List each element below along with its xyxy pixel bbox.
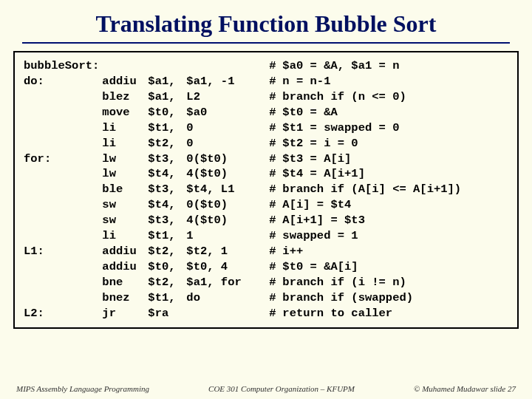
code-label: L2: <box>24 306 102 321</box>
code-reg: $t4, <box>148 197 186 213</box>
code-comment: A[i+1] = $t3 <box>282 213 508 228</box>
code-instr: li <box>102 136 148 151</box>
code-instr: lw <box>102 151 148 167</box>
code-reg: $t1, <box>148 120 186 136</box>
code-comment: $t2 = i = 0 <box>282 136 508 151</box>
code-arg: 0 <box>186 120 269 136</box>
code-comment: n = n-1 <box>282 74 508 89</box>
code-reg <box>148 58 186 74</box>
code-reg: $t2, <box>148 244 186 259</box>
code-reg: $t2, <box>148 136 186 151</box>
code-row: bne$t2,$a1, for#branch if (i != n) <box>24 275 508 290</box>
code-arg: $t4, L1 <box>186 182 269 197</box>
code-comment: $t4 = A[i+1] <box>282 166 508 182</box>
code-label <box>24 182 102 197</box>
code-label <box>24 166 102 182</box>
code-label <box>24 275 102 290</box>
code-comment: A[i] = $t4 <box>282 197 508 213</box>
code-frame: bubbleSort:#$a0 = &A, $a1 = ndo:addiu$a1… <box>13 51 519 329</box>
code-reg: $t0, <box>148 259 186 275</box>
code-row: bubbleSort:#$a0 = &A, $a1 = n <box>24 58 508 74</box>
code-arg: L2 <box>186 89 269 105</box>
code-arg <box>186 58 269 74</box>
code-label: L1: <box>24 244 102 259</box>
code-listing: bubbleSort:#$a0 = &A, $a1 = ndo:addiu$a1… <box>24 58 508 321</box>
code-arg: $t0, 4 <box>186 259 269 275</box>
code-reg: $t3, <box>148 151 186 167</box>
code-reg: $t3, <box>148 182 186 197</box>
code-row: bnez$t1,do#branch if (swapped) <box>24 290 508 306</box>
code-arg: $a1, for <box>186 275 269 290</box>
code-label <box>24 136 102 151</box>
code-instr: jr <box>102 306 148 321</box>
code-row: addiu$t0,$t0, 4#$t0 = &A[i] <box>24 259 508 275</box>
code-row: do:addiu$a1,$a1, -1#n = n-1 <box>24 74 508 89</box>
code-reg: $t3, <box>148 213 186 228</box>
code-hash: # <box>269 213 282 228</box>
code-label: for: <box>24 151 102 167</box>
code-reg: $t4, <box>148 166 186 182</box>
code-hash: # <box>269 182 282 197</box>
code-instr: addiu <box>102 244 148 259</box>
code-instr: blez <box>102 89 148 105</box>
code-comment: $t1 = swapped = 0 <box>282 120 508 136</box>
code-hash: # <box>269 197 282 213</box>
code-row: L2:jr$ra#return to caller <box>24 306 508 321</box>
code-row: sw$t3,4($t0)#A[i+1] = $t3 <box>24 213 508 228</box>
code-row: lw$t4,4($t0)#$t4 = A[i+1] <box>24 166 508 182</box>
code-row: move$t0,$a0#$t0 = &A <box>24 105 508 120</box>
code-instr: sw <box>102 197 148 213</box>
code-row: li$t1,0#$t1 = swapped = 0 <box>24 120 508 136</box>
code-instr: move <box>102 105 148 120</box>
code-reg: $ra <box>148 306 186 321</box>
code-instr: addiu <box>102 74 148 89</box>
code-instr: bnez <box>102 290 148 306</box>
code-arg: 4($t0) <box>186 166 269 182</box>
code-reg: $t1, <box>148 290 186 306</box>
code-row: li$t1,1#swapped = 1 <box>24 228 508 244</box>
code-hash: # <box>269 120 282 136</box>
code-hash: # <box>269 166 282 182</box>
code-comment: i++ <box>282 244 508 259</box>
code-arg <box>186 306 269 321</box>
code-label: bubbleSort: <box>24 58 102 74</box>
code-instr: sw <box>102 213 148 228</box>
footer-right: © Muhamed Mudawar slide 27 <box>414 384 516 393</box>
code-comment: $t0 = &A[i] <box>282 259 508 275</box>
code-hash: # <box>269 136 282 151</box>
code-instr: ble <box>102 182 148 197</box>
code-label <box>24 228 102 244</box>
code-label <box>24 105 102 120</box>
code-hash: # <box>269 306 282 321</box>
code-row: sw$t4,0($t0)#A[i] = $t4 <box>24 197 508 213</box>
code-hash: # <box>269 105 282 120</box>
code-arg: do <box>186 290 269 306</box>
code-row: li$t2,0#$t2 = i = 0 <box>24 136 508 151</box>
code-instr: addiu <box>102 259 148 275</box>
code-row: L1:addiu$t2,$t2, 1#i++ <box>24 244 508 259</box>
code-hash: # <box>269 259 282 275</box>
code-label <box>24 213 102 228</box>
code-reg: $t0, <box>148 105 186 120</box>
code-label <box>24 197 102 213</box>
code-comment: $a0 = &A, $a1 = n <box>282 58 508 74</box>
code-label <box>24 89 102 105</box>
code-hash: # <box>269 228 282 244</box>
code-arg: $a1, -1 <box>186 74 269 89</box>
code-label: do: <box>24 74 102 89</box>
code-arg: 1 <box>186 228 269 244</box>
code-instr <box>102 58 148 74</box>
code-comment: branch if (swapped) <box>282 290 508 306</box>
code-label <box>24 290 102 306</box>
code-reg: $t2, <box>148 275 186 290</box>
code-arg: $a0 <box>186 105 269 120</box>
code-comment: return to caller <box>282 306 508 321</box>
code-comment: $t0 = &A <box>282 105 508 120</box>
code-label <box>24 259 102 275</box>
code-arg: 0 <box>186 136 269 151</box>
code-comment: branch if (i != n) <box>282 275 508 290</box>
code-hash: # <box>269 244 282 259</box>
footer-center: COE 301 Computer Organization – KFUPM <box>208 384 355 393</box>
code-row: blez$a1,L2#branch if (n <= 0) <box>24 89 508 105</box>
code-row: for:lw$t3,0($t0)#$t3 = A[i] <box>24 151 508 167</box>
